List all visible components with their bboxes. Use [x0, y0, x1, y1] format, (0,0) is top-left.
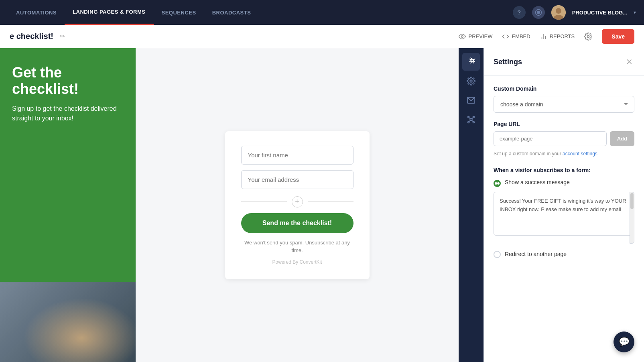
username-label: PRODUCTIVE BLOG... [572, 10, 627, 16]
sidebar-email-icon[interactable] [462, 92, 480, 109]
avatar[interactable] [551, 5, 566, 20]
add-field-divider: + [241, 196, 353, 207]
svg-point-13 [468, 116, 469, 118]
lp-preview: Get the checklist! Sign up to get the ch… [0, 48, 459, 362]
close-settings-button[interactable]: ✕ [624, 55, 634, 68]
sidebar-magic-icon[interactable] [462, 53, 480, 71]
redirect-radio[interactable] [494, 251, 501, 258]
embed-icon [502, 33, 509, 40]
subscriber-section-title: When a visitor subscribes to a form: [494, 167, 634, 173]
svg-point-1 [537, 11, 540, 14]
powered-by: Powered By ConvertKit [241, 259, 353, 265]
settings-panel: Settings ✕ Custom Domain choose a domain… [484, 48, 644, 362]
settings-helper-text: Set up a custom domain in your account s… [494, 150, 634, 157]
custom-domain-label: Custom Domain [494, 85, 634, 92]
edit-title-icon[interactable]: ✏ [60, 33, 65, 40]
textarea-scrollbar [630, 192, 634, 244]
nav-links: AUTOMATIONS LANDING PAGES & FORMS SEQUEN… [8, 0, 513, 25]
notification-icon[interactable] [532, 6, 545, 19]
redirect-option: Redirect to another page [494, 250, 634, 258]
nav-right: ? PRODUCTIVE BLOG... ▾ [513, 5, 636, 20]
lp-right-panel: + Send me the checklist! We won't send y… [136, 48, 459, 362]
help-button[interactable]: ? [513, 6, 526, 19]
settings-header: Settings ✕ [484, 48, 644, 76]
svg-point-9 [587, 35, 589, 37]
svg-point-15 [468, 122, 469, 123]
chat-icon: 💬 [619, 337, 630, 347]
url-input[interactable] [494, 131, 607, 146]
lp-image [0, 282, 136, 362]
svg-point-14 [473, 116, 475, 118]
sidebar-settings-icon[interactable] [462, 72, 480, 90]
page-url-label: Page URL [494, 121, 634, 127]
sidebar-integrations-icon[interactable] [462, 111, 480, 128]
success-message-radio[interactable] [494, 180, 501, 187]
sub-header: e checklist! ✏ PREVIEW EMBED REPORTS Sav… [0, 25, 644, 48]
preview-button[interactable]: PREVIEW [459, 33, 492, 40]
eye-icon [459, 33, 466, 40]
username-chevron[interactable]: ▾ [634, 10, 636, 15]
add-url-button[interactable]: Add [610, 131, 634, 146]
success-message-wrapper: Success! Your FREE GIFT is winging it's … [494, 192, 634, 244]
save-button[interactable]: Save [602, 29, 634, 44]
reports-icon [540, 33, 547, 40]
scrollbar-thumb [630, 193, 634, 209]
nav-landing-pages[interactable]: LANDING PAGES & FORMS [65, 0, 153, 25]
svg-point-3 [556, 8, 561, 14]
svg-point-10 [470, 80, 472, 82]
sidebar-icons [459, 48, 484, 362]
settings-body: Custom Domain choose a domain Page URL A… [484, 76, 644, 362]
domain-select[interactable]: choose a domain [494, 96, 634, 113]
success-message-option: Show a success message [494, 179, 634, 187]
page-url-row: Add [494, 131, 634, 146]
embed-button[interactable]: EMBED [502, 33, 530, 40]
top-nav: AUTOMATIONS LANDING PAGES & FORMS SEQUEN… [0, 0, 644, 25]
success-message-textarea[interactable]: Success! Your FREE GIFT is winging it's … [494, 192, 634, 236]
svg-line-20 [472, 120, 473, 122]
add-field-button[interactable]: + [292, 196, 303, 207]
page-title: e checklist! [10, 32, 53, 41]
lp-form: + Send me the checklist! We won't send y… [225, 131, 370, 279]
lp-subtext: Sign up to get the checklist delivered s… [12, 104, 124, 123]
main-layout: Get the checklist! Sign up to get the ch… [0, 48, 644, 362]
account-settings-link[interactable]: account settings [563, 151, 597, 157]
svg-line-19 [469, 120, 470, 122]
nav-broadcasts[interactable]: BROADCASTS [204, 0, 259, 25]
svg-point-5 [461, 35, 463, 37]
sub-header-actions: PREVIEW EMBED REPORTS Save [459, 29, 634, 44]
email-input[interactable] [241, 170, 353, 189]
lp-left-panel: Get the checklist! Sign up to get the ch… [0, 48, 136, 362]
canvas-area: Get the checklist! Sign up to get the ch… [0, 48, 459, 362]
reports-button[interactable]: REPORTS [540, 33, 575, 40]
chat-bubble[interactable]: 💬 [614, 331, 634, 352]
nav-sequences[interactable]: SEQUENCES [154, 0, 204, 25]
gear-icon [584, 33, 592, 41]
svg-line-18 [472, 118, 473, 119]
svg-point-16 [473, 122, 475, 123]
svg-line-17 [469, 118, 470, 119]
success-message-label: Show a success message [505, 179, 570, 185]
redirect-label: Redirect to another page [505, 251, 567, 257]
spam-notice: We won't send you spam. Unsubscribe at a… [241, 239, 353, 254]
nav-automations[interactable]: AUTOMATIONS [8, 0, 65, 25]
lp-headline: Get the checklist! [12, 64, 124, 98]
settings-gear-button[interactable] [584, 33, 592, 41]
settings-title: Settings [494, 58, 522, 66]
first-name-input[interactable] [241, 146, 353, 165]
submit-button[interactable]: Send me the checklist! [241, 213, 353, 233]
